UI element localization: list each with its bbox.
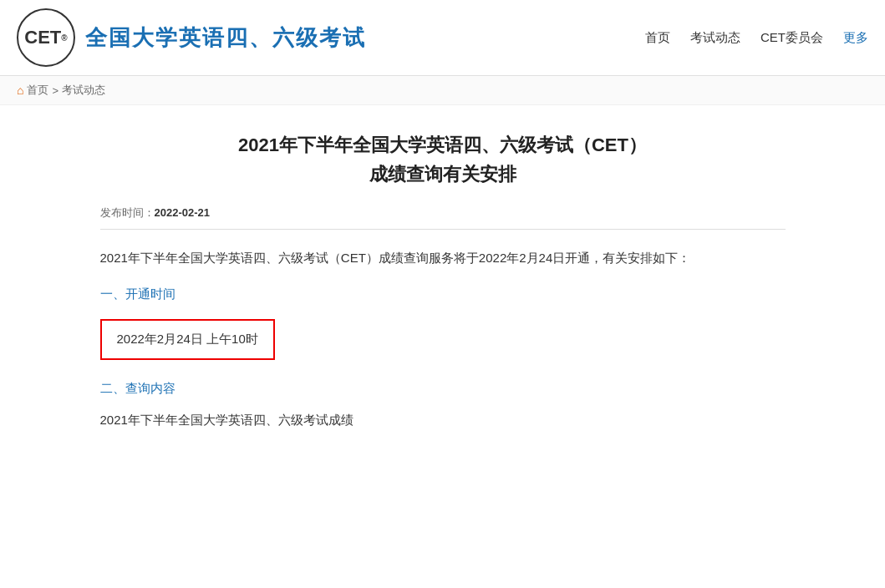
breadcrumb-current: 考试动态 <box>62 83 105 98</box>
section1-highlight-box: 2022年2月24日 上午10时 <box>100 319 275 360</box>
section1-highlight-text: 2022年2月24日 上午10时 <box>117 332 258 346</box>
publish-label: 发布时间： <box>100 206 155 219</box>
site-title: 全国大学英语四、六级考试 <box>85 23 366 53</box>
section1-heading: 一、开通时间 <box>100 282 786 307</box>
home-icon: ⌂ <box>17 84 23 97</box>
article-title: 2021年下半年全国大学英语四、六级考试（CET） 成绩查询有关安排 <box>100 130 786 189</box>
publish-date-row: 发布时间：2022-02-21 <box>100 205 786 230</box>
breadcrumb-home-link[interactable]: 首页 <box>27 83 48 98</box>
cet-logo: CET® <box>17 8 75 67</box>
publish-date-value: 2022-02-21 <box>155 206 211 219</box>
nav-home[interactable]: 首页 <box>645 30 670 46</box>
section2-content: 2021年下半年全国大学英语四、六级考试成绩 <box>100 408 786 433</box>
section2-heading: 二、查询内容 <box>100 377 786 401</box>
article-body: 2021年下半年全国大学英语四、六级考试（CET）成绩查询服务将于2022年2月… <box>100 246 786 433</box>
article-title-line2: 成绩查询有关安排 <box>100 160 786 189</box>
main-nav: 首页 考试动态 CET委员会 更多 <box>645 30 868 46</box>
nav-cet-committee[interactable]: CET委员会 <box>760 30 823 46</box>
article-title-line1: 2021年下半年全国大学英语四、六级考试（CET） <box>100 130 786 160</box>
article-intro: 2021年下半年全国大学英语四、六级考试（CET）成绩查询服务将于2022年2月… <box>100 246 786 271</box>
header: CET® 全国大学英语四、六级考试 首页 考试动态 CET委员会 更多 <box>0 0 885 76</box>
logo-area: CET® 全国大学英语四、六级考试 <box>17 8 366 67</box>
breadcrumb-separator: > <box>52 84 58 97</box>
main-content: 2021年下半年全国大学英语四、六级考试（CET） 成绩查询有关安排 发布时间：… <box>67 105 819 469</box>
logo-registered: ® <box>61 33 67 43</box>
logo-text: CET <box>24 27 61 48</box>
breadcrumb: ⌂ 首页 > 考试动态 <box>0 76 885 105</box>
nav-more[interactable]: 更多 <box>843 30 868 46</box>
nav-exam-news[interactable]: 考试动态 <box>690 30 740 46</box>
